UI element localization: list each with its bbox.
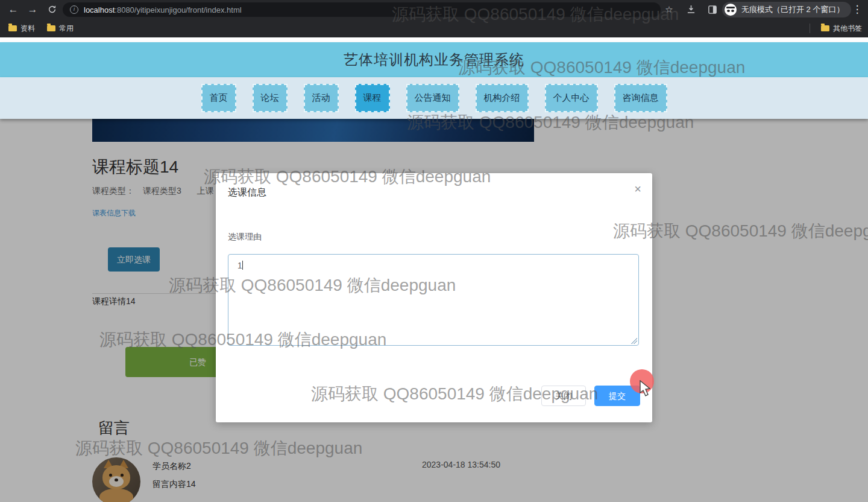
tab-home[interactable]: 首页 <box>201 84 236 112</box>
bookmark-star-icon[interactable]: ☆ <box>661 0 678 19</box>
dialog-submit-button[interactable]: 提交 <box>594 386 640 406</box>
dialog-title: 选课信息 <box>228 186 266 199</box>
tab-forum[interactable]: 论坛 <box>253 84 288 112</box>
other-bookmarks[interactable]: 其他书签 <box>821 19 862 37</box>
menu-kebab-icon[interactable]: ⋮ <box>849 0 866 19</box>
dialog-close-icon[interactable]: × <box>634 183 641 195</box>
tab-course[interactable]: 课程 <box>355 84 390 112</box>
forward-icon[interactable]: → <box>24 0 41 19</box>
folder-icon <box>8 25 17 31</box>
site-header: 艺体培训机构业务管理系统 <box>0 42 868 77</box>
bookmark-folder-changyong[interactable]: 常用 <box>47 19 74 37</box>
dialog-close-button[interactable]: 关闭 <box>541 386 586 406</box>
page-info-icon[interactable]: i <box>70 5 78 14</box>
browser-toolbar: ← → i localhost:8080/yitipeixunjigou/fro… <box>0 0 868 19</box>
download-icon[interactable] <box>682 0 699 19</box>
folder-icon <box>821 25 829 31</box>
bookmarks-divider <box>810 24 810 33</box>
tab-activity[interactable]: 活动 <box>304 84 339 112</box>
tab-announcement[interactable]: 公告通知 <box>406 84 459 112</box>
reason-value: 1 <box>237 261 242 270</box>
back-icon[interactable]: ← <box>5 0 22 19</box>
course-select-dialog: 选课信息 × 选课理由 1 关闭 提交 <box>216 173 652 422</box>
site-nav: 首页 论坛 活动 课程 公告通知 机构介绍 个人中心 咨询信息 <box>0 77 868 119</box>
other-bookmarks-label: 其他书签 <box>833 24 862 34</box>
tab-profile[interactable]: 个人中心 <box>545 84 598 112</box>
url-text: localhost:8080/yitipeixunjigou/front/ind… <box>84 5 242 14</box>
incognito-icon <box>725 4 737 16</box>
side-panel-icon[interactable] <box>704 0 721 19</box>
reason-label: 选课理由 <box>228 232 262 243</box>
tab-consult[interactable]: 咨询信息 <box>614 84 667 112</box>
reload-icon[interactable] <box>43 0 60 19</box>
url-path: :8080/yitipeixunjigou/front/index.html <box>115 5 241 14</box>
bookmark-folder-ziliao[interactable]: 资料 <box>8 19 35 37</box>
text-caret <box>242 261 243 270</box>
bookmark-label: 资料 <box>20 24 35 34</box>
bookmarks-bar: 资料 常用 其他书签 <box>0 19 868 37</box>
address-bar[interactable]: i localhost:8080/yitipeixunjigou/front/i… <box>63 2 661 17</box>
incognito-label: 无痕模式（已打开 2 个窗口） <box>741 4 844 15</box>
folder-icon <box>47 25 55 31</box>
textarea-resize-handle[interactable] <box>631 337 637 344</box>
url-host: localhost <box>84 5 115 14</box>
tab-institution[interactable]: 机构介绍 <box>476 84 529 112</box>
reason-textarea[interactable]: 1 <box>228 254 639 346</box>
incognito-badge: 无痕模式（已打开 2 个窗口） <box>722 2 851 17</box>
site-title: 艺体培训机构业务管理系统 <box>344 50 524 69</box>
bookmark-label: 常用 <box>59 24 74 34</box>
